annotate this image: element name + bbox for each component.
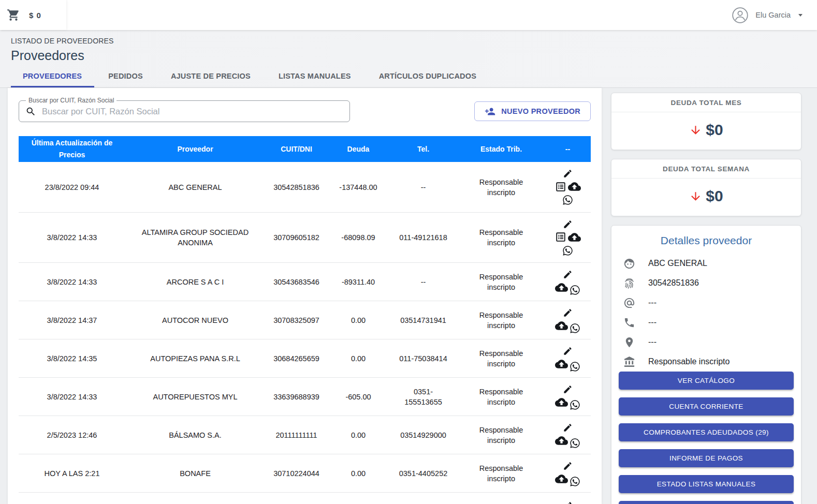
cell-status: Responsable inscripto [458,175,545,200]
edit-icon[interactable] [563,270,573,279]
bank-icon [623,356,635,368]
edit-icon[interactable] [563,308,573,318]
whatsapp-icon[interactable] [562,195,573,205]
table-row[interactable]: 23/8/2022 09:44 ABC GENERAL 30542851836 … [19,162,591,212]
detail-row-email: --- [611,293,801,313]
whatsapp-icon[interactable] [570,399,580,410]
cuenta-corriente-button[interactable]: CUENTA CORRIENTE [619,397,794,416]
cell-debt: -137448.00 [328,180,389,195]
cell-provider: ALTAMIRA GROUP SOCIEDAD ANONIMA [125,225,265,250]
tab-listas-manuales[interactable]: LISTAS MANUALES [265,67,365,87]
row-actions [545,420,591,450]
face-icon [623,258,635,270]
row-actions [545,216,591,259]
cell-tel: -- [389,180,458,195]
user-name: Elu Garcia [755,11,791,19]
tab-articulos-duplicados[interactable]: ARTÍCULOS DUPLICADOS [365,67,490,87]
cell-status: Responsable inscripto [458,384,545,409]
cell-status: Responsable inscripto [458,308,545,333]
detail-value: 30542851836 [648,277,699,289]
new-provider-button[interactable]: NUEVO PROVEEDOR [474,101,591,121]
column-header: -- [545,142,591,156]
tab-ajuste-de-precios[interactable]: AJUSTE DE PRECIOS [157,67,265,87]
user-menu[interactable]: Elu Garcia [732,7,817,24]
cell-debt: 0.00 [328,466,389,481]
table-row[interactable]: 3/8/2022 14:33 ALTAMIRA GROUP SOCIEDAD A… [19,212,591,262]
comprobantes-adeudados-29-button[interactable]: COMPROBANTES ADEUDADOS (29) [619,423,794,441]
cell-debt: 0.00 [328,351,389,366]
cell-provider: BÁLSAMO S.A. [125,428,265,442]
column-header: Tel. [389,142,458,156]
whatsapp-icon[interactable] [570,323,580,334]
cloud-upload-icon[interactable] [555,319,568,332]
cell-tel: 011-49121618 [389,230,458,245]
tab-proveedores[interactable]: PROVEEDORES [11,67,94,87]
whatsapp-icon[interactable] [570,476,580,487]
edit-icon[interactable] [563,423,573,433]
cell-cuit: 33639688939 [265,390,328,404]
table-row[interactable]: HOY A LAS 2:21 BONAFE 30710224044 0.00 0… [19,454,591,492]
search-field: Buscar por CUIT, Razón Social [19,100,350,122]
cloud-upload-icon[interactable] [555,396,568,409]
cloud-upload-icon[interactable] [555,472,568,485]
cloud-upload-icon[interactable] [568,180,581,193]
search-input[interactable] [42,107,343,116]
whatsapp-icon[interactable] [570,285,580,295]
row-actions [545,458,591,488]
parametros-lista-de-precios-button[interactable]: PARÁMETROS LISTA DE PRECIOS [619,501,794,504]
whatsapp-icon[interactable] [562,245,573,256]
chevron-down-icon [798,14,803,17]
detail-row-face: ABC GENERAL [611,254,801,273]
estado-listas-manuales-button[interactable]: ESTADO LISTAS MANUALES [619,475,794,493]
fingerprint-icon [623,277,635,289]
cloud-upload-icon[interactable] [555,358,568,370]
edit-icon[interactable] [563,461,573,471]
cloud-upload-icon[interactable] [555,281,568,294]
column-header: CUIT/DNI [265,142,328,156]
edit-icon[interactable] [563,346,573,356]
tab-pedidos[interactable]: PEDIDOS [94,67,157,87]
cell-tel: 0351-4405252 [389,466,458,481]
cell-debt: 0.00 [328,428,389,442]
column-header: Última Actualización de Precios [19,136,125,162]
debt-week-title: DEUDA TOTAL SEMANA [611,159,801,179]
sidebar: DEUDA TOTAL MES $0 DEUDA TOTAL SEMANA $0… [602,88,817,504]
cell-tel: 011-75038414 [389,351,458,366]
toolbar: Buscar por CUIT, Razón Social NUEVO PROV… [19,100,591,122]
person-add-icon [485,106,495,117]
cloud-upload-icon[interactable] [568,231,581,244]
column-header: Deuda [328,142,389,156]
table-row[interactable]: 3/8/2022 14:37 AUTOCOR NUEVO 30708325097… [19,301,591,339]
cell-status: Responsable inscripto [458,346,545,371]
table-row[interactable]: 3/8/2022 14:35 AUTOPIEZAS PANA S.R.L 306… [19,339,591,377]
arrow-down-icon [689,190,702,203]
avatar-icon [732,7,749,24]
table-row[interactable]: 3/8/2022 14:33 ARCORE S A C I 3054368354… [19,262,591,301]
cell-cuit: 30542851836 [265,180,328,195]
cell-tel: -- [389,275,458,289]
price-list-icon[interactable] [555,181,566,192]
edit-icon[interactable] [563,169,573,179]
informe-de-pagos-button[interactable]: INFORME DE PAGOS [619,449,794,467]
edit-icon[interactable] [563,384,573,394]
table-row[interactable] [19,492,591,504]
detail-row-phone: --- [611,313,801,332]
cart-button[interactable]: $ 0 [0,0,66,30]
edit-icon[interactable] [563,219,573,229]
debt-week-card: DEUDA TOTAL SEMANA $0 [611,159,801,216]
whatsapp-icon[interactable] [570,361,580,372]
cart-amount: $ 0 [29,11,41,20]
table-row[interactable]: 3/8/2022 14:33 AUTOREPUESTOS MYL 3363968… [19,377,591,416]
cloud-upload-icon[interactable] [555,434,568,447]
cell-status: Responsable inscripto [458,225,545,250]
cell-updated: 23/8/2022 09:44 [19,180,125,195]
cell-debt: 0.00 [328,313,389,328]
row-actions [545,343,591,374]
table-row[interactable]: 2/5/2023 12:46 BÁLSAMO S.A. 20111111111 … [19,416,591,454]
whatsapp-icon[interactable] [570,438,580,449]
cell-updated: 3/8/2022 14:33 [19,275,125,289]
price-list-icon[interactable] [555,231,566,243]
edit-icon[interactable] [563,501,573,504]
providers-table: Última Actualización de PreciosProveedor… [19,136,591,504]
ver-catalogo-button[interactable]: VER CATÁLOGO [619,372,794,390]
